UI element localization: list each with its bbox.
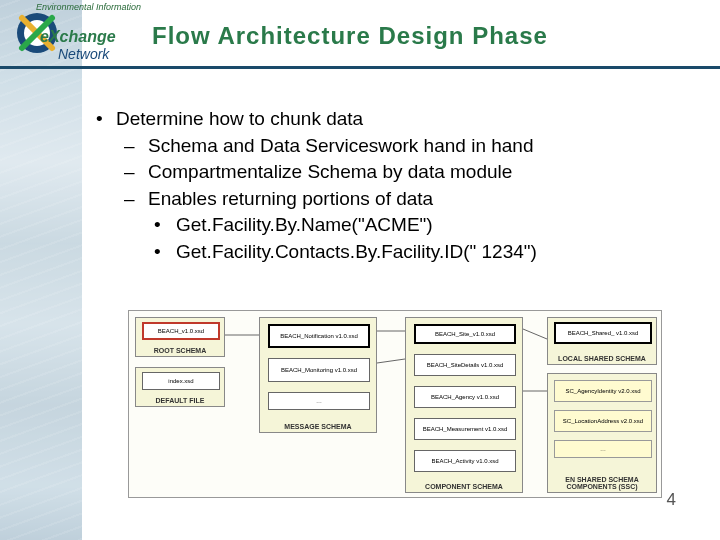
ssc-box: … [554,440,652,458]
msg-box: … [268,392,370,410]
exchange-logo: eXchange Network [4,10,140,68]
local-shared-group: BEACH_Shared_ v1.0.xsd LOCAL SHARED SCHE… [547,317,657,365]
component-schema-group: BEACH_Site_v1.0.xsd BEACH_SiteDetails v1… [405,317,523,493]
slide-header: Environmental Information eXchange Netwo… [0,0,720,72]
ssc-box: SC_AgencyIdentity v2.0.xsd [554,380,652,402]
default-file-group: index.xsd DEFAULT FILE [135,367,225,407]
comp-box: BEACH_Measurement v1.0.xsd [414,418,516,440]
root-schema-group: BEACH_v1.0.xsd ROOT SCHEMA [135,317,225,357]
comp-box: BEACH_Site_v1.0.xsd [414,324,516,344]
bullet-dash: Compartmentalize Schema by data module [92,159,702,186]
svg-line-4 [377,359,405,363]
group-label: LOCAL SHARED SCHEMA [548,355,656,362]
group-label: MESSAGE SCHEMA [260,423,376,430]
group-label: EN SHARED SCHEMA COMPONENTS (SSC) [548,476,656,490]
bullet-dash: Schema and Data Serviceswork hand in han… [92,133,702,160]
logo-brand: eXchange [40,28,116,46]
decorative-sidebar [0,0,82,540]
title-underline [0,66,720,69]
comp-box: BEACH_SiteDetails v1.0.xsd [414,354,516,376]
group-label: COMPONENT SCHEMA [406,483,522,490]
slide-title: Flow Architecture Design Phase [152,22,548,50]
comp-box: BEACH_Activity v1.0.xsd [414,450,516,472]
message-schema-group: BEACH_Notification v1.0.xsd BEACH_Monito… [259,317,377,433]
svg-line-5 [523,329,547,339]
bullet-level2: Get.Facility.By.Name("ACME") [92,212,702,239]
group-label: ROOT SCHEMA [136,347,224,354]
ssc-box: SC_LocationAddress v2.0.xsd [554,410,652,432]
bullet-content: Determine how to chunk data Schema and D… [92,106,702,266]
root-box: BEACH_v1.0.xsd [142,322,220,340]
local-box: BEACH_Shared_ v1.0.xsd [554,322,652,344]
comp-box: BEACH_Agency v1.0.xsd [414,386,516,408]
bullet-level1: Determine how to chunk data [92,106,702,133]
msg-box: BEACH_Monitoring v1.0.xsd [268,358,370,382]
schema-diagram: BEACH_v1.0.xsd ROOT SCHEMA index.xsd DEF… [128,310,662,498]
group-label: DEFAULT FILE [136,397,224,404]
bullet-dash: Enables returning portions of data [92,186,702,213]
default-box: index.xsd [142,372,220,390]
msg-box: BEACH_Notification v1.0.xsd [268,324,370,348]
bullet-level2: Get.Facility.Contacts.By.Facility.ID(" 1… [92,239,702,266]
en-shared-group: SC_AgencyIdentity v2.0.xsd SC_LocationAd… [547,373,657,493]
logo-sub: Network [58,46,109,62]
page-number: 4 [667,490,676,510]
